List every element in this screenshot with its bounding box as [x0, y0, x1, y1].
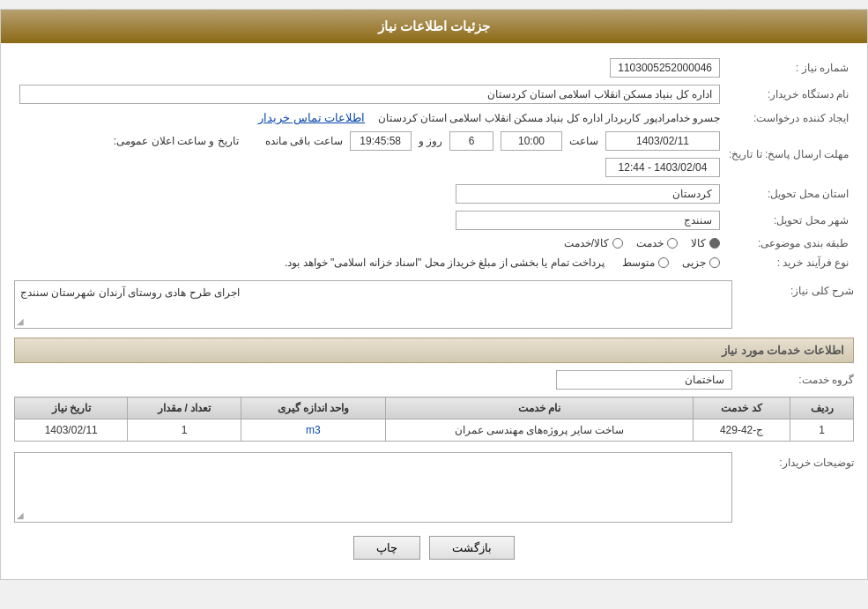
creator-value: جسرو خدامرادپور کاربردار اداره کل بنیاد … — [16, 108, 723, 127]
cell-name: ساخت سایر پروژه‌های مهندسی عمران — [386, 420, 694, 442]
purchase-type-radio-group: جزیی متوسط — [622, 256, 720, 269]
general-desc-row: شرح کلی نیاز: اجرای طرح هادی روستای آرند… — [14, 280, 854, 329]
cell-unit: m3 — [241, 420, 385, 442]
cell-date: 1403/02/11 — [15, 420, 128, 442]
need-number-label: شماره نیاز : — [725, 56, 852, 80]
buyer-desc-row: توضیحات خریدار: — [14, 452, 854, 523]
general-desc-label: شرح کلی نیاز: — [739, 280, 854, 297]
contact-link[interactable]: اطلاعات تماس خریدار — [258, 111, 365, 124]
radio-kala-icon — [709, 238, 720, 249]
services-section-title: اطلاعات خدمات مورد نیاز — [14, 338, 854, 363]
category-kala-khedmat[interactable]: کالا/خدمت — [564, 237, 623, 249]
services-table: ردیف کد خدمت نام خدمت واحد اندازه گیری ت… — [14, 397, 854, 442]
buyer-desc-box — [14, 452, 732, 523]
buyer-org-box: اداره کل بنیاد مسکن انقلاب اسلامی استان … — [19, 85, 720, 104]
deadline-row: 1403/02/11 ساعت 10:00 6 روز و 19:45:58 س… — [16, 129, 723, 180]
header-title: جزئیات اطلاعات نیاز — [378, 19, 490, 33]
province-box: کردستان — [456, 184, 720, 204]
main-info-table: شماره نیاز : 1103005252000046 نام دستگاه… — [14, 54, 854, 273]
page-header: جزئیات اطلاعات نیاز — [1, 10, 867, 43]
cell-quantity: 1 — [128, 420, 241, 442]
city-box: سنندج — [456, 211, 720, 230]
back-button[interactable]: بازگشت — [429, 536, 515, 560]
province-value: کردستان — [16, 182, 723, 206]
buyer-desc-container — [14, 452, 732, 523]
col-name: نام خدمت — [386, 397, 694, 420]
category-kala[interactable]: کالا — [691, 237, 720, 249]
deadline-date: 1403/02/11 — [605, 131, 720, 151]
table-row: 1 ج-42-429 ساخت سایر پروژه‌های مهندسی عم… — [15, 420, 854, 442]
print-button[interactable]: چاپ — [353, 536, 420, 560]
buyer-desc-label: توضیحات خریدار: — [739, 452, 854, 469]
purchase-type-label: نوع فرآیند خرید : — [725, 254, 852, 271]
deadline-days: 6 — [449, 131, 493, 151]
general-desc-box: اجرای طرح هادی روستای آرندان شهرستان سنن… — [14, 280, 732, 329]
cell-row: 1 — [790, 420, 854, 442]
days-label: روز و — [419, 135, 442, 147]
buyer-org-label: نام دستگاه خریدار: — [725, 82, 852, 107]
col-quantity: تعداد / مقدار — [128, 397, 241, 420]
announce-date: 1403/02/04 - 12:44 — [605, 158, 720, 177]
creator-label: ایجاد کننده درخواست: — [725, 108, 852, 127]
col-code: کد خدمت — [693, 397, 790, 420]
radio-jozi-icon — [709, 257, 720, 268]
province-label: استان محل تحویل: — [725, 182, 852, 206]
time-label: ساعت — [569, 135, 598, 147]
col-date: تاریخ نیاز — [15, 397, 128, 420]
radio-kala-khedmat-icon — [612, 238, 623, 249]
category-radio-group: کالا خدمت کالا/خدمت — [19, 237, 720, 249]
need-number-box: 1103005252000046 — [610, 58, 720, 78]
purchase-type-row: جزیی متوسط پرداخت تمام یا بخشی از مبلغ خ… — [16, 254, 723, 271]
col-unit: واحد اندازه گیری — [241, 397, 385, 420]
time-remaining: 19:45:58 — [350, 131, 412, 151]
remaining-label: ساعت باقی مانده — [265, 135, 343, 147]
category-khedmat[interactable]: خدمت — [636, 237, 678, 249]
radio-khedmat-icon — [667, 238, 678, 249]
deadline-time: 10:00 — [501, 131, 562, 151]
buyer-org-value: اداره کل بنیاد مسکن انقلاب اسلامی استان … — [16, 82, 723, 107]
send-deadline-label: مهلت ارسال پاسخ: تا تاریخ: — [725, 129, 852, 180]
service-group-label: گروه خدمت: — [739, 374, 854, 386]
page-wrapper: جزئیات اطلاعات نیاز شماره نیاز : 1103005… — [0, 9, 868, 580]
announce-label: تاریخ و ساعت اعلان عمومی: — [114, 135, 239, 147]
content-area: شماره نیاز : 1103005252000046 نام دستگاه… — [1, 43, 867, 579]
service-group-box: ساختمان — [556, 370, 732, 390]
bottom-buttons: بازگشت چاپ — [14, 536, 854, 560]
purchase-motevaset[interactable]: متوسط — [622, 256, 669, 269]
category-options: کالا خدمت کالا/خدمت — [16, 234, 723, 252]
col-row: ردیف — [790, 397, 854, 420]
purchase-jozi[interactable]: جزیی — [682, 256, 720, 269]
general-desc-container: اجرای طرح هادی روستای آرندان شهرستان سنن… — [14, 280, 732, 329]
city-value: سنندج — [16, 208, 723, 233]
radio-motevaset-icon — [658, 257, 669, 268]
cell-code: ج-42-429 — [693, 420, 790, 442]
purchase-note: پرداخت تمام یا بخشی از مبلغ خریداز محل "… — [285, 256, 605, 269]
need-number-value: 1103005252000046 — [16, 56, 723, 80]
category-label: طبقه بندی موضوعی: — [725, 234, 852, 252]
city-label: شهر محل تحویل: — [725, 208, 852, 233]
service-group-row: گروه خدمت: ساختمان — [14, 370, 854, 390]
